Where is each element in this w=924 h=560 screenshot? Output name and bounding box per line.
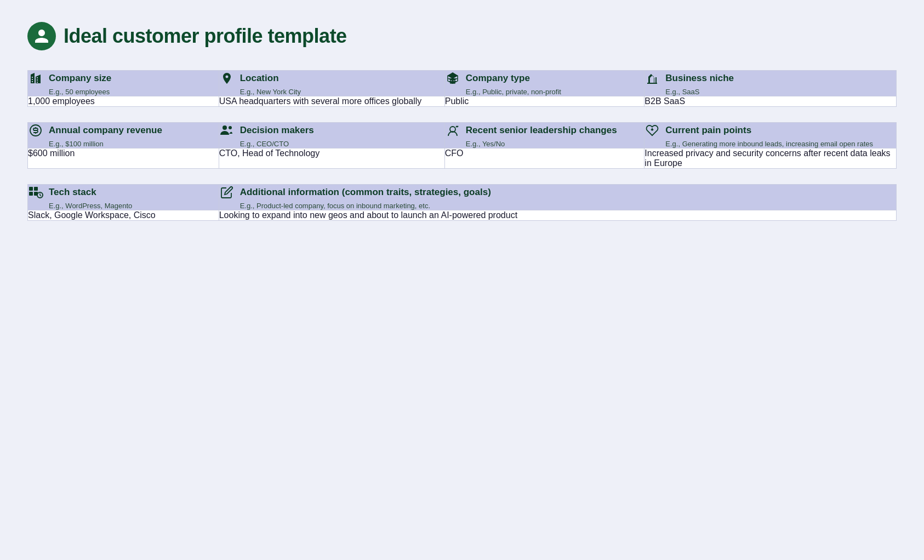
data-location: USA headquarters with several more offic… bbox=[219, 96, 444, 107]
header-location-label: Location bbox=[240, 73, 279, 84]
header-company-type-label: Company type bbox=[466, 73, 530, 84]
svg-rect-8 bbox=[29, 192, 33, 196]
header-decision-makers-label: Decision makers bbox=[240, 125, 314, 136]
header-annual-revenue-subtitle: E.g., $100 million bbox=[49, 140, 219, 148]
header-location: Location E.g., New York City bbox=[219, 71, 444, 96]
section1-table: Company size E.g., 50 employees Location… bbox=[27, 70, 897, 107]
svg-rect-6 bbox=[29, 187, 33, 191]
header-company-type: Company type E.g., Public, private, non-… bbox=[444, 71, 644, 96]
header-senior-leadership: Recent senior leadership changes E.g., Y… bbox=[444, 123, 644, 148]
leadership-icon bbox=[445, 123, 460, 138]
section3-table: Tech stack E.g., WordPress, Magento Addi… bbox=[27, 184, 897, 221]
page-title: Ideal customer profile template bbox=[64, 25, 347, 48]
header-senior-leadership-label: Recent senior leadership changes bbox=[466, 125, 617, 136]
header-business-niche: Business niche E.g., SaaS bbox=[644, 71, 897, 96]
header-tech-stack: Tech stack E.g., WordPress, Magento bbox=[28, 185, 219, 210]
tech-stack-icon bbox=[28, 185, 43, 200]
location-icon bbox=[219, 71, 235, 86]
heart-icon bbox=[644, 123, 660, 138]
header-decision-makers: Decision makers E.g., CEO/CTO bbox=[219, 123, 444, 148]
data-tech-stack: Slack, Google Workspace, Cisco bbox=[28, 210, 219, 221]
header-business-niche-label: Business niche bbox=[665, 73, 734, 84]
header-company-size-subtitle: E.g., 50 employees bbox=[49, 88, 219, 96]
data-pain-points: Increased privacy and security concerns … bbox=[644, 148, 897, 169]
header-company-type-subtitle: E.g., Public, private, non-profit bbox=[466, 88, 644, 96]
header-additional-info: Additional information (common traits, s… bbox=[219, 185, 896, 210]
page-icon bbox=[27, 22, 56, 50]
building-icon bbox=[28, 71, 43, 86]
company-type-icon bbox=[445, 71, 460, 86]
people-icon bbox=[219, 123, 235, 138]
dollar-icon bbox=[28, 123, 43, 138]
header-pain-points-subtitle: E.g., Generating more inbound leads, inc… bbox=[665, 140, 896, 148]
data-company-size: 1,000 employees bbox=[28, 96, 219, 107]
data-additional-info: Looking to expand into new geos and abou… bbox=[219, 210, 896, 221]
svg-point-4 bbox=[229, 126, 232, 129]
header-pain-points-label: Current pain points bbox=[665, 125, 751, 136]
section2-table: Annual company revenue E.g., $100 millio… bbox=[27, 122, 897, 169]
header-company-size: Company size E.g., 50 employees bbox=[28, 71, 219, 96]
svg-point-3 bbox=[223, 125, 227, 130]
header-tech-stack-label: Tech stack bbox=[49, 187, 96, 198]
header-pain-points: Current pain points E.g., Generating mor… bbox=[644, 123, 897, 148]
header-additional-info-subtitle: E.g., Product-led company, focus on inbo… bbox=[240, 202, 896, 210]
svg-rect-7 bbox=[34, 187, 38, 191]
header-annual-revenue-label: Annual company revenue bbox=[49, 125, 162, 136]
data-decision-makers: CTO, Head of Technology bbox=[219, 148, 444, 169]
data-company-type: Public bbox=[444, 96, 644, 107]
data-senior-leadership: CFO bbox=[444, 148, 644, 169]
header-senior-leadership-subtitle: E.g., Yes/No bbox=[466, 140, 644, 148]
header-decision-makers-subtitle: E.g., CEO/CTO bbox=[240, 140, 444, 148]
header-business-niche-subtitle: E.g., SaaS bbox=[665, 88, 896, 96]
header-tech-stack-subtitle: E.g., WordPress, Magento bbox=[49, 202, 219, 210]
header-additional-info-label: Additional information (common traits, s… bbox=[240, 187, 491, 198]
pencil-icon bbox=[219, 185, 235, 200]
data-business-niche: B2B SaaS bbox=[644, 96, 897, 107]
header-location-subtitle: E.g., New York City bbox=[240, 88, 444, 96]
page-title-row: Ideal customer profile template bbox=[27, 22, 897, 50]
header-company-size-label: Company size bbox=[49, 73, 111, 84]
chart-icon bbox=[644, 71, 660, 86]
data-annual-revenue: $600 million bbox=[28, 148, 219, 169]
header-annual-revenue: Annual company revenue E.g., $100 millio… bbox=[28, 123, 219, 148]
